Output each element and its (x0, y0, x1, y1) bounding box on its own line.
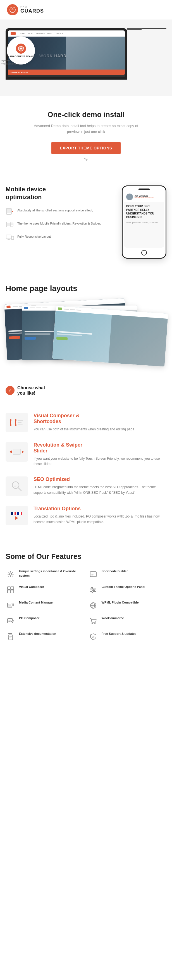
translation-content: Translation Options Localized: .po & .mo… (33, 506, 166, 525)
feature-grid-item-support: Free Support & updates (88, 632, 167, 642)
screen-bottom-bar: COMMERCIAL SERVICES (8, 70, 125, 75)
feature-grid-item-woo: WooCommerce (88, 616, 167, 626)
phone-screen: Jeff McCallum McCallum Pharmaceutics DOE… (124, 192, 164, 248)
compose-icon (6, 616, 16, 626)
layout-nav-links-3 (64, 308, 81, 310)
feature-text-1: Absolutely all the scrolled sections sup… (17, 207, 93, 213)
feature-row-slider: Revolution & SwiperSlider If you want yo… (6, 442, 166, 467)
hero-section: HOME ABOUT SERVICES BLOG CONTACT WORK HA… (0, 20, 172, 96)
screen-nav-link-5: CONTACT (55, 33, 63, 34)
vc-desc: You can use both of the instruments when… (33, 427, 134, 432)
vc-content: Visual Composer &Shortcodes You can use … (33, 413, 134, 432)
hero-bar (25, 334, 51, 334)
screen-nav-link-3: SERVICES (36, 33, 45, 34)
screen-bottom-text: COMMERCIAL SERVICES (11, 72, 28, 73)
arrow-right-icon (22, 450, 24, 453)
phone-notch (139, 189, 150, 190)
svg-text:24: 24 (12, 8, 13, 9)
feature-label-docs: Extensive documentation (19, 632, 56, 636)
feature-label-vc: Visual Composer (19, 585, 44, 589)
svg-rect-30 (11, 590, 14, 593)
hero-btn (56, 337, 68, 340)
nav-link (13, 306, 18, 307)
phone-user-title: McCallum Pharmaceutics (135, 197, 162, 199)
svg-point-53 (94, 623, 96, 624)
feature-row-translation: Translation Options Localized: .po & .mo… (6, 506, 166, 525)
svg-rect-5 (7, 209, 11, 213)
laptop-stand (127, 28, 142, 30)
mobile-section: Mobile deviceoptimization Absolutely all… (0, 174, 172, 270)
svg-rect-27 (8, 587, 10, 590)
list-item: Absolutely all the scrolled sections sup… (6, 207, 116, 216)
feature-label-settings: Unique settings inheritance & Override s… (19, 569, 84, 578)
mobile-title: Mobile deviceoptimization (6, 185, 116, 201)
media-icon (6, 600, 16, 611)
vc-icon-box (6, 413, 28, 432)
grid-icon (6, 585, 16, 595)
feature-text-2: The theme uses Mobile Friendly sliders: … (17, 220, 101, 226)
phone-user-name: Jeff McCallum (135, 195, 162, 197)
layout-logo-1 (6, 305, 10, 308)
laptop-foot (142, 28, 166, 29)
svg-rect-55 (9, 635, 13, 640)
list-item: The theme uses Mobile Friendly sliders: … (6, 220, 116, 229)
svg-rect-28 (11, 587, 14, 590)
feature-grid-item-media: Media Content Manager (6, 600, 84, 611)
one-click-section: One-click demo install Advanced Demo dat… (0, 96, 172, 174)
feature-label-options: Custom Theme Options Panel (102, 585, 145, 589)
svg-point-3 (20, 48, 22, 49)
some-features-section: Some of Our Features Unique settings inh… (0, 541, 172, 653)
svg-point-52 (92, 623, 93, 624)
features-grid: Unique settings inheritance & Override s… (6, 569, 166, 642)
screen-nav-logo (11, 32, 16, 35)
gear-icon (6, 569, 16, 579)
code-icon (88, 569, 98, 579)
nav-link (64, 308, 69, 309)
svg-rect-10 (11, 223, 13, 225)
responsive-icon (6, 233, 14, 242)
cart-icon (88, 616, 98, 626)
svg-line-17 (18, 488, 21, 491)
layout-hero-3 (52, 311, 168, 367)
svg-point-21 (10, 573, 12, 575)
nav-link (70, 309, 75, 310)
slider-desc: If you want your website to be fully Tou… (33, 456, 166, 467)
feature-grid-item-wpml: WPML Plugin Compatible (88, 600, 167, 611)
screen-nav-link-4: BLOG (48, 33, 52, 34)
feature-grid-item-shortcode: Shortcode builder (88, 569, 167, 579)
nav-link (76, 309, 81, 310)
shield-icon (88, 632, 98, 642)
export-theme-button[interactable]: Export theme options (51, 142, 120, 154)
seo-content: SEO Optimized HTML code integrated into … (33, 476, 166, 495)
mobile-slider-icon (6, 220, 14, 229)
layouts-section: Home page layouts (0, 270, 172, 407)
mobile-left: Mobile deviceoptimization Absolutely all… (6, 185, 116, 246)
logo-text: PRO GUARDS (21, 6, 44, 14)
mobile-right: Jeff McCallum McCallum Pharmaceutics DOE… (122, 185, 166, 259)
seo-desc: HTML code integrated into the theme meet… (33, 485, 166, 495)
one-click-subtitle: Advanced Demo data install tool helps to… (30, 123, 142, 135)
vc-title: Visual Composer &Shortcodes (33, 413, 134, 425)
cursor-icon: ☞ (8, 156, 164, 163)
phone-screen-header: Jeff McCallum McCallum Pharmaceutics (124, 192, 164, 202)
shield-badge-icon (16, 44, 26, 54)
feature-grid-item-docs: Extensive documentation (6, 632, 84, 642)
feature-label-media: Media Content Manager (19, 600, 54, 605)
feature-row-vc: Visual Composer &Shortcodes You can use … (6, 413, 166, 432)
feature-row-seo: SEO Optimized HTML code integrated into … (6, 476, 166, 496)
hero-btn (9, 336, 20, 339)
svg-rect-29 (8, 590, 10, 593)
screen-nav-link-1: HOME (20, 33, 25, 34)
laptop-container: HOME ABOUT SERVICES BLOG CONTACT WORK HA… (6, 28, 166, 80)
translation-desc: Localized: .po & .mo files included. PO … (33, 514, 166, 525)
management-teams-label: MANAGEMENT TEAMS (8, 55, 34, 58)
translation-icon-box (6, 506, 28, 525)
one-click-title: One-click demo install (8, 110, 164, 119)
slider-title: Revolution & SwiperSlider (33, 442, 166, 454)
swipe-icon (6, 207, 14, 216)
feature-label-shortcode: Shortcode builder (102, 569, 128, 573)
slider-icon-box (6, 442, 28, 461)
globe-icon (88, 600, 98, 611)
layout-logo-2 (24, 307, 28, 309)
logo: 24 PRO PRO GUARDS (7, 4, 44, 15)
